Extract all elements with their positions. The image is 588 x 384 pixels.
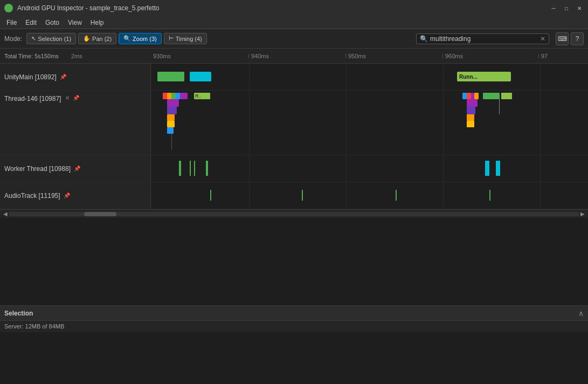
total-time: Total Time: 5s150ms 2ms — [0, 53, 151, 59]
zoom-icon: 🔍 — [123, 35, 131, 42]
keyboard-icon: ⌨ — [558, 35, 567, 43]
audio-tick-2 — [302, 190, 303, 201]
unity-seg-1 — [157, 72, 184, 81]
mode-selection-button[interactable]: ↖ Selection (1) — [26, 33, 76, 44]
track-canvas-worker[interactable] — [151, 155, 588, 182]
mode-timing-button[interactable]: ⊢ Timing (4) — [164, 33, 207, 44]
track-label-unity-main: UnityMain [10892] 📌 — [0, 64, 151, 90]
tick-97: 97 — [539, 49, 548, 63]
window-controls: ─ □ ✕ — [549, 4, 584, 12]
track-label-audio: AudioTrack [11195] 📌 — [0, 182, 151, 209]
running-label: Runn... — [459, 74, 478, 80]
search-input[interactable] — [430, 35, 538, 43]
audio-tick-1 — [210, 190, 211, 201]
menu-help[interactable]: Help — [86, 18, 108, 28]
audio-label: AudioTrack [11195] — [4, 192, 60, 200]
unity-main-label: UnityMain [10892] — [4, 73, 57, 81]
keyboard-shortcuts-button[interactable]: ⌨ — [556, 32, 569, 45]
menu-view[interactable]: View — [64, 18, 86, 28]
track-label-thread-146: Thread-146 [10987] ✕ 📌 — [0, 91, 151, 155]
help-button[interactable]: ? — [571, 32, 584, 45]
pan-label: Pan — [92, 36, 103, 42]
track-canvas-unity-main[interactable]: Runn... — [151, 64, 588, 90]
tick-950ms: 950ms — [346, 49, 366, 63]
zoom-label: Zoom — [133, 36, 148, 42]
unity-seg-running: Runn... — [457, 72, 511, 81]
mode-label: Mode: — [4, 35, 22, 43]
minimize-button[interactable]: ─ — [549, 4, 558, 12]
tick-960ms: 960ms — [443, 49, 463, 63]
tracks: UnityMain [10892] 📌 Runn... Thread-146 [… — [0, 64, 588, 209]
track-label-worker: Worker Thread [10988] 📌 — [0, 155, 151, 182]
worker-label: Worker Thread [10988] — [4, 165, 71, 173]
selection-body: Server: 12MB of 84MB — [0, 321, 588, 332]
selection-label: Selection — [38, 36, 62, 42]
track-canvas-thread-146[interactable]: R.. — [151, 91, 588, 155]
time-scale: 930ms 940ms 950ms 960ms 97 — [151, 49, 588, 63]
mode-pan-button[interactable]: ✋ Pan (2) — [78, 33, 116, 44]
scrollbar-thumb[interactable] — [84, 212, 116, 216]
worker-tick-4 — [206, 161, 208, 176]
timing-icon: ⊢ — [169, 35, 174, 42]
timing-label: Timing — [176, 36, 193, 42]
mode-zoom-button[interactable]: 🔍 Zoom (3) — [119, 33, 162, 44]
track-audiotrack: AudioTrack [11195] 📌 — [0, 182, 588, 209]
search-clear-button[interactable]: ✕ — [540, 35, 545, 43]
titlebar: Android GPU Inspector - sample_trace_5.p… — [0, 0, 588, 16]
close-icon-thread-146[interactable]: ✕ — [65, 95, 70, 101]
audio-tick-3 — [396, 190, 397, 201]
scrollbar-area: ◀ ▶ — [0, 209, 588, 218]
title-text: Android GPU Inspector - sample_trace_5.p… — [17, 4, 549, 12]
selection-header: Selection ∧ — [0, 306, 588, 321]
help-icon: ? — [576, 35, 579, 43]
track-worker-thread: Worker Thread [10988] 📌 — [0, 155, 588, 182]
server-mem: 12MB of 84MB — [25, 323, 65, 330]
close-button[interactable]: ✕ — [575, 4, 584, 12]
collapse-button[interactable]: ∧ — [578, 309, 584, 318]
selection-shortcut: (1) — [64, 36, 71, 42]
zoom-shortcut: (3) — [149, 36, 156, 42]
menubar: File Edit Goto View Help — [0, 16, 588, 29]
scroll-left-button[interactable]: ◀ — [2, 211, 9, 217]
track-unity-main: UnityMain [10892] 📌 Runn... — [0, 64, 588, 91]
thread-146-label: Thread-146 [10987] — [4, 95, 61, 102]
worker-tick-6 — [496, 161, 500, 176]
menu-goto[interactable]: Goto — [41, 18, 64, 28]
selection-title: Selection — [4, 310, 33, 317]
selection-panel: Selection ∧ Server: 12MB of 84MB — [0, 305, 588, 332]
pin-icon-audio[interactable]: 📌 — [64, 193, 70, 198]
tick-940ms: 940ms — [249, 49, 269, 63]
track-thread-146: Thread-146 [10987] ✕ 📌 R.. — [0, 91, 588, 155]
toolbar: Mode: ↖ Selection (1) ✋ Pan (2) 🔍 Zoom (… — [0, 29, 588, 49]
pan-icon: ✋ — [83, 35, 91, 42]
app-icon — [4, 4, 13, 12]
pin-icon-thread-146[interactable]: 📌 — [73, 95, 79, 101]
worker-tick-5 — [485, 161, 489, 176]
pin-icon-unity-main[interactable]: 📌 — [60, 74, 66, 80]
help-buttons: ⌨ ? — [556, 32, 584, 45]
tick-930ms: 930ms — [151, 49, 171, 63]
worker-tick-1 — [179, 161, 181, 176]
track-canvas-audio[interactable] — [151, 182, 588, 209]
pin-icon-worker[interactable]: 📌 — [74, 166, 80, 172]
horizontal-scrollbar[interactable] — [9, 212, 579, 216]
server-label: Server: — [4, 323, 23, 330]
worker-tick-2 — [190, 161, 191, 176]
search-icon: 🔍 — [420, 35, 428, 43]
pan-shortcut: (2) — [105, 36, 112, 42]
search-box[interactable]: 🔍 ✕ — [416, 33, 549, 44]
unity-seg-2 — [190, 72, 211, 81]
menu-file[interactable]: File — [2, 18, 21, 28]
maximize-button[interactable]: □ — [562, 4, 571, 12]
menu-edit[interactable]: Edit — [21, 18, 41, 28]
scroll-right-button[interactable]: ▶ — [579, 211, 586, 217]
timing-shortcut: (4) — [195, 36, 202, 42]
total-time-label: Total Time: 5s150ms — [4, 53, 59, 59]
selection-icon: ↖ — [31, 35, 36, 42]
worker-tick-3 — [194, 161, 195, 176]
time-header: Total Time: 5s150ms 2ms 930ms 940ms 950m… — [0, 49, 588, 64]
empty-trace-area — [0, 218, 588, 305]
r-label: R.. — [195, 93, 202, 99]
scale-label: 2ms — [71, 53, 82, 59]
audio-tick-4 — [489, 190, 490, 201]
